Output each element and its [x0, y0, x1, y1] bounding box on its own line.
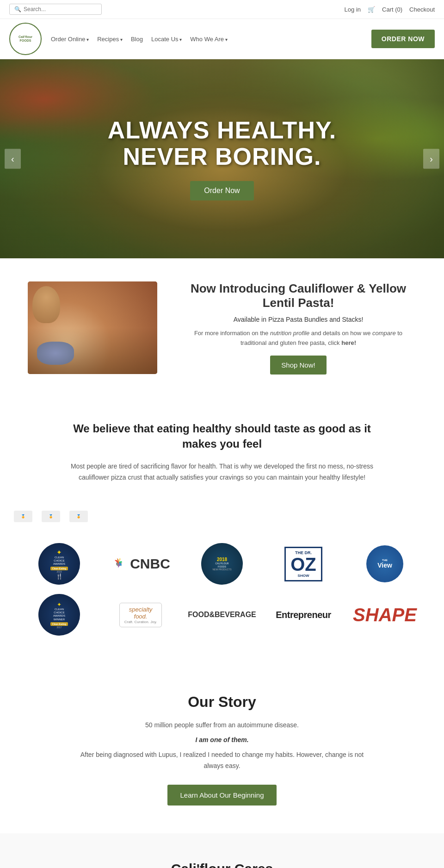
- child-head-shape: [32, 286, 60, 323]
- nav-bar: Cali'flourFOODS Order Online Recipes Blo…: [0, 19, 444, 59]
- the-view-view: View: [377, 562, 392, 569]
- cart-link[interactable]: Cart (0): [382, 6, 402, 13]
- clean-choice-logo-1: ✦ CLEANCHOICEAWARDS Clean Eating 2018 🍴: [27, 545, 92, 582]
- clean-choice-2-banner: Clean Eating: [50, 622, 68, 626]
- badge-2018-year: 2018: [217, 557, 227, 562]
- media-row-2: ✦ CLEANCHOICEAWARDSWINNER Clean Eating 2…: [18, 596, 426, 633]
- checkout-link[interactable]: Checkout: [409, 6, 435, 13]
- top-right-links: Log in 🛒 Cart (0) Checkout: [345, 6, 435, 13]
- belief-body: Most people are tired of sacrificing fla…: [56, 461, 388, 483]
- droz-oz-text: OZ: [290, 555, 316, 574]
- badge-icon-2: 🏅: [42, 511, 60, 522]
- clean-choice-2-year: 2017: [50, 626, 68, 629]
- story-line1: 50 million people suffer from an autoimm…: [74, 720, 370, 731]
- badge-2018-subtitle: NEW PRODUCTS: [212, 568, 231, 571]
- clean-choice-logo-2: ✦ CLEANCHOICEAWARDSWINNER Clean Eating 2…: [27, 596, 92, 633]
- nav-links: Order Online Recipes Blog Locate Us Who …: [51, 36, 371, 43]
- badges-row: 🏅 🏅 🏅: [0, 506, 444, 527]
- specialty-food-sub: Craft. Curation. Joy.: [124, 620, 157, 624]
- specialty-food-content: specialtyfood. Craft. Curation. Joy.: [119, 603, 162, 627]
- hero-section: ‹ ALWAYS HEALTHY. NEVER BORING. Order No…: [0, 59, 444, 258]
- clean-choice-badge-2: ✦ CLEANCHOICEAWARDSWINNER Clean Eating 2…: [38, 594, 80, 636]
- cnbc-logo-group: CNBC: [111, 556, 170, 572]
- shape-logo: SHAPE: [352, 596, 417, 633]
- nav-who-we-are[interactable]: Who We Are: [190, 36, 228, 43]
- specialty-food-logo: specialtyfood. Craft. Curation. Joy.: [108, 596, 173, 633]
- order-now-button[interactable]: ORDER NOW: [371, 30, 435, 48]
- droz-logo: THE DR. OZ SHOW: [271, 545, 336, 582]
- clean-choice-2-text: CLEANCHOICEAWARDSWINNER Clean Eating 201…: [50, 608, 68, 629]
- product-text: Now Introducing Cauliflower & Yellow Len…: [180, 281, 416, 375]
- product-available: Available in Pizza Pasta Bundles and Sta…: [180, 316, 416, 323]
- story-heading: Our Story: [74, 693, 370, 711]
- badge-2018-content: 2018 CALI'FLOURFOODS NEW PRODUCTS: [201, 543, 243, 585]
- droz-content: THE DR. OZ SHOW: [284, 547, 322, 581]
- the-view-circle: THE View: [366, 545, 403, 582]
- food-bev-logo: FOOD&BEVERAGE: [190, 596, 254, 633]
- clean-choice-banner: Clean Eating: [50, 567, 68, 570]
- search-icon: 🔍: [14, 6, 21, 12]
- hero-headline: ALWAYS HEALTHY. NEVER BORING.: [108, 117, 337, 170]
- cares-section: Cali'flour Cares Each and every product …: [0, 833, 444, 868]
- media-row-1: ✦ CLEANCHOICEAWARDS Clean Eating 2018 🍴: [18, 545, 426, 582]
- logo-text: Cali'flourFOODS: [18, 35, 32, 43]
- story-line3: After being diagnosed with Lupus, I real…: [74, 749, 370, 772]
- search-box[interactable]: 🔍: [9, 4, 102, 15]
- nav-recipes[interactable]: Recipes: [97, 36, 123, 43]
- logo[interactable]: Cali'flourFOODS: [9, 23, 42, 55]
- food-bev-text: FOOD&BEVERAGE: [188, 611, 256, 619]
- badge-icon-3: 🏅: [69, 511, 88, 522]
- award-2018-logo: 2018 CALI'FLOURFOODS NEW PRODUCTS: [190, 545, 254, 582]
- nav-locate-us[interactable]: Locate Us: [151, 36, 182, 43]
- the-view-logo: THE View: [352, 545, 417, 582]
- login-link[interactable]: Log in: [345, 6, 361, 13]
- bowl-shape: [37, 342, 74, 365]
- learn-about-button[interactable]: Learn About Our Beginning: [167, 785, 277, 806]
- product-title: Now Introducing Cauliflower & Yellow Len…: [180, 281, 416, 310]
- nav-order-online[interactable]: Order Online: [51, 36, 89, 43]
- media-section: ✦ CLEANCHOICEAWARDS Clean Eating 2018 🍴: [0, 527, 444, 666]
- product-info: For more information on the nutrition pr…: [180, 329, 416, 348]
- shop-now-button[interactable]: Shop Now!: [270, 356, 326, 375]
- product-image: [28, 281, 157, 374]
- badge-icon-1: 🏅: [14, 511, 32, 522]
- nav-blog[interactable]: Blog: [131, 36, 143, 43]
- search-input[interactable]: [24, 6, 97, 12]
- hero-next-button[interactable]: ›: [423, 149, 439, 169]
- droz-show-text: SHOW: [298, 574, 309, 578]
- specialty-food-text: specialtyfood.: [124, 606, 157, 620]
- entrepreneur-text: Entrepreneur: [276, 610, 331, 620]
- entrepreneur-logo: Entrepreneur: [271, 596, 336, 633]
- badge-2018-text: CALI'FLOURFOODS: [215, 562, 228, 568]
- cnbc-logo: CNBC: [108, 545, 173, 582]
- hero-text: ALWAYS HEALTHY. NEVER BORING. Order Now: [108, 117, 337, 200]
- cnbc-text: CNBC: [130, 556, 170, 572]
- clean-choice-badge: ✦ CLEANCHOICEAWARDS Clean Eating 2018 🍴: [38, 543, 80, 585]
- cart-icon: 🛒: [368, 6, 375, 13]
- hero-prev-button[interactable]: ‹: [5, 149, 21, 169]
- top-bar: 🔍 Log in 🛒 Cart (0) Checkout: [0, 0, 444, 19]
- hero-order-button[interactable]: Order Now: [190, 181, 253, 200]
- belief-section: We believe that eating healthy should ta…: [0, 398, 444, 506]
- shape-text: SHAPE: [353, 605, 417, 625]
- product-section: Now Introducing Cauliflower & Yellow Len…: [0, 258, 444, 398]
- cares-heading: Cali'flour Cares: [74, 861, 370, 868]
- peacock-icon: [111, 557, 127, 570]
- belief-heading: We believe that eating healthy should ta…: [56, 421, 388, 452]
- story-line2: I am one of them.: [74, 735, 370, 746]
- clean-choice-text: CLEANCHOICEAWARDS Clean Eating 2018: [50, 556, 68, 574]
- story-section: Our Story 50 million people suffer from …: [0, 666, 444, 833]
